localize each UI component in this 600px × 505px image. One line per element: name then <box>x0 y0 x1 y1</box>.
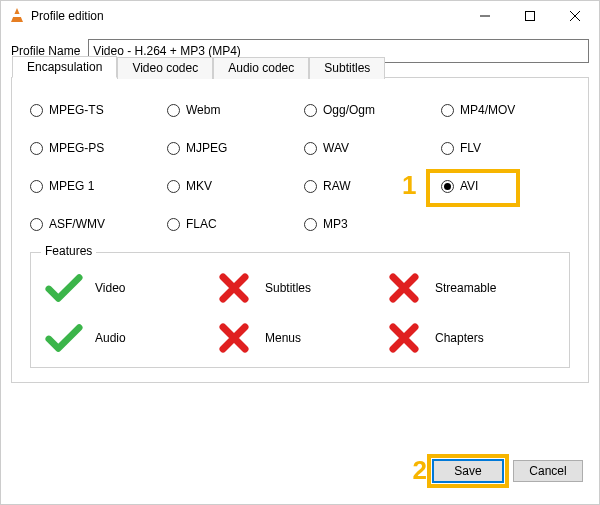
radio-icon <box>304 218 317 231</box>
radio-flac[interactable]: FLAC <box>167 214 296 234</box>
radio-icon <box>30 142 43 155</box>
radio-mkv[interactable]: MKV <box>167 176 296 196</box>
close-button[interactable] <box>552 1 597 31</box>
radio-icon <box>304 180 317 193</box>
feature-subtitles: Subtitles <box>215 273 385 303</box>
callout-2: 2 <box>413 455 427 486</box>
cross-icon <box>385 323 423 353</box>
radio-mp4-mov[interactable]: MP4/MOV <box>441 100 570 120</box>
radio-icon <box>167 180 180 193</box>
tab-video-codec[interactable]: Video codec <box>117 57 213 79</box>
cancel-button[interactable]: Cancel <box>513 460 583 482</box>
features-group: Features Video Subtitles Streamable <box>30 252 570 368</box>
cross-icon <box>385 273 423 303</box>
features-grid: Video Subtitles Streamable Audio <box>45 273 555 353</box>
radio-icon <box>30 104 43 117</box>
radio-raw[interactable]: RAW <box>304 176 433 196</box>
radio-icon <box>304 104 317 117</box>
window-title: Profile edition <box>31 9 462 23</box>
radio-asf-wmv[interactable]: ASF/WMV <box>30 214 159 234</box>
radio-icon <box>30 218 43 231</box>
radio-webm[interactable]: Webm <box>167 100 296 120</box>
radio-mjpeg[interactable]: MJPEG <box>167 138 296 158</box>
save-button[interactable]: Save <box>433 460 503 482</box>
check-icon <box>45 273 83 303</box>
radio-mpeg-ts[interactable]: MPEG-TS <box>30 100 159 120</box>
minimize-button[interactable] <box>462 1 507 31</box>
encapsulation-panel: MPEG-TS Webm Ogg/Ogm MP4/MOV <box>12 78 588 382</box>
feature-audio: Audio <box>45 323 215 353</box>
feature-menus: Menus <box>215 323 385 353</box>
radio-ogg[interactable]: Ogg/Ogm <box>304 100 433 120</box>
feature-video: Video <box>45 273 215 303</box>
radio-mpeg-1[interactable]: MPEG 1 <box>30 176 159 196</box>
dialog-footer: 2 Save Cancel <box>413 455 583 486</box>
radio-flv[interactable]: FLV <box>441 138 570 158</box>
tab-audio-codec[interactable]: Audio codec <box>213 57 309 79</box>
check-icon <box>45 323 83 353</box>
tab-frame: Encapsulation Video codec Audio codec Su… <box>11 77 589 383</box>
tab-encapsulation[interactable]: Encapsulation <box>12 56 117 78</box>
vlc-cone-icon <box>9 8 25 24</box>
features-label: Features <box>41 244 96 258</box>
cross-icon <box>215 273 253 303</box>
tab-row: Encapsulation Video codec Audio codec Su… <box>12 56 385 78</box>
cross-icon <box>215 323 253 353</box>
radio-icon <box>441 180 454 193</box>
svg-rect-0 <box>525 12 534 21</box>
radio-icon <box>441 104 454 117</box>
feature-chapters: Chapters <box>385 323 555 353</box>
radio-icon <box>30 180 43 193</box>
window-controls <box>462 1 597 31</box>
profile-edition-window: Profile edition Profile Name Encapsulati… <box>0 0 600 505</box>
radio-mp3[interactable]: MP3 <box>304 214 433 234</box>
radio-icon <box>304 142 317 155</box>
tab-subtitles[interactable]: Subtitles <box>309 57 385 79</box>
radio-mpeg-ps[interactable]: MPEG-PS <box>30 138 159 158</box>
radio-icon <box>441 142 454 155</box>
radio-icon <box>167 142 180 155</box>
radio-avi[interactable]: AVI <box>441 176 570 196</box>
encapsulation-grid: MPEG-TS Webm Ogg/Ogm MP4/MOV <box>30 100 570 234</box>
maximize-button[interactable] <box>507 1 552 31</box>
titlebar: Profile edition <box>1 1 599 31</box>
radio-icon <box>167 218 180 231</box>
feature-streamable: Streamable <box>385 273 555 303</box>
radio-wav[interactable]: WAV <box>304 138 433 158</box>
radio-icon <box>167 104 180 117</box>
